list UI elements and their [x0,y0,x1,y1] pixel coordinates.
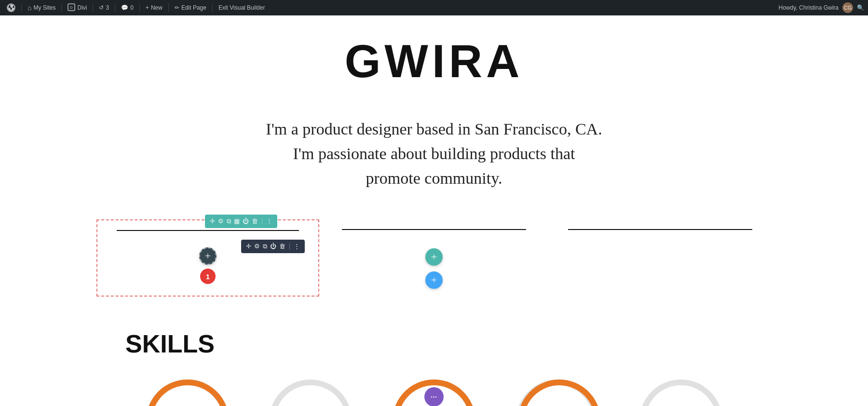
toolbar-columns-icon[interactable]: ▦ [234,217,240,225]
edit-icon: ✏ [175,4,179,11]
column-1[interactable]: + 1 [96,219,319,297]
comments-count: 0 [130,4,134,11]
col-toolbar-move-icon[interactable]: ✛ [246,243,251,250]
my-sites-icon: ⌂ [27,4,31,12]
user-greeting: Howdy, Christina Gwira [779,4,839,11]
divi-label: Divi [77,4,87,11]
separator4 [115,3,115,12]
skill-chart-4 [509,373,606,406]
skill-chart-5 [633,373,729,406]
badge-number: 1 [206,272,210,281]
column-3[interactable] [549,219,772,254]
wp-logo-item[interactable] [4,0,18,15]
col-toolbar-delete-icon[interactable]: 🗑 [279,243,285,250]
user-avatar[interactable]: CG [842,2,853,13]
edit-page-label: Edit Page [181,4,206,11]
history-icon: ↺ [99,4,104,11]
edit-page-item[interactable]: ✏ Edit Page [172,0,209,15]
charts-row: ••• [96,373,772,406]
skill-chart-1 [139,373,235,406]
my-sites-item[interactable]: ⌂ My Sites [25,0,58,15]
col-2-divider [342,229,526,230]
number-badge: 1 [200,269,216,284]
col-toolbar-more-icon[interactable]: ⋮ [294,243,300,250]
col-3-divider [568,229,752,230]
admin-bar-right: Howdy, Christina Gwira CG 🔍 [779,2,864,13]
col-toolbar-toggle-icon[interactable]: ⏻ [270,243,276,250]
row-toolbar[interactable]: ✛ ⚙ ⧉ ▦ ⏻ 🗑 ⋮ [205,215,277,228]
site-title: GWIRA [10,35,858,88]
add-row-teal-button[interactable]: + [425,248,443,266]
toolbar-move-icon[interactable]: ✛ [210,217,215,225]
toolbar-more-icon[interactable]: ⋮ [266,217,272,225]
exit-builder-item[interactable]: Exit Visual Builder [216,0,268,15]
skills-section: SKILLS [96,329,772,358]
separator7 [212,3,213,12]
comments-item[interactable]: 💬 0 [118,0,136,15]
col-toolbar-duplicate-icon[interactable]: ⧉ [263,243,267,250]
col-toolbar-divider [289,243,290,250]
add-row-blue-icon: + [431,274,437,286]
skills-title: SKILLS [125,329,743,358]
add-module-icon: + [205,250,211,262]
history-item[interactable]: ↺ 3 [96,0,112,15]
new-item[interactable]: + New [143,0,165,15]
builder-area: ✛ ⚙ ⧉ ▦ ⏻ 🗑 ⋮ ✛ ⚙ ⧉ ⏻ 🗑 ⋮ + [96,219,772,300]
svg-text:D: D [70,5,73,10]
separator6 [168,3,169,12]
divi-item[interactable]: D Divi [65,0,90,15]
toolbar-divider [262,218,262,225]
add-module-button[interactable]: + [199,247,217,265]
chart-options-button[interactable]: ••• [424,387,444,406]
toolbar-settings-icon[interactable]: ⚙ [218,217,224,225]
columns-row: + 1 + + [96,219,772,300]
skill-chart-3: ••• [386,373,482,406]
col-1-divider [117,230,299,231]
main-content: GWIRA I'm a product designer based in Sa… [0,15,868,406]
search-icon[interactable]: 🔍 [857,4,864,11]
comments-icon: 💬 [121,4,128,11]
exit-builder-label: Exit Visual Builder [218,4,265,11]
separator2 [61,3,62,12]
separator5 [139,3,140,12]
my-sites-label: My Sites [33,4,55,11]
separator3 [93,3,93,12]
add-row-blue-button[interactable]: + [425,271,443,289]
new-icon: + [146,4,149,11]
bio-text: I'm a product designer based in San Fran… [217,117,651,190]
new-label: New [151,4,163,11]
col-toolbar-settings-icon[interactable]: ⚙ [254,243,260,250]
column-2[interactable]: + + [323,219,545,300]
column-toolbar[interactable]: ✛ ⚙ ⧉ ⏻ 🗑 ⋮ [241,240,305,253]
skill-chart-2 [262,373,359,406]
admin-bar: ⌂ My Sites D Divi ↺ 3 💬 0 + New ✏ Edit P… [0,0,868,15]
wp-logo-icon [7,3,15,12]
toolbar-duplicate-icon[interactable]: ⧉ [227,217,231,225]
divi-logo-icon: D [68,3,75,13]
toolbar-toggle-icon[interactable]: ⏻ [243,217,249,225]
add-row-teal-icon: + [431,251,437,263]
separator [21,3,22,12]
history-count: 3 [106,4,109,11]
dots-icon: ••• [431,394,437,400]
toolbar-delete-icon[interactable]: 🗑 [252,217,258,225]
